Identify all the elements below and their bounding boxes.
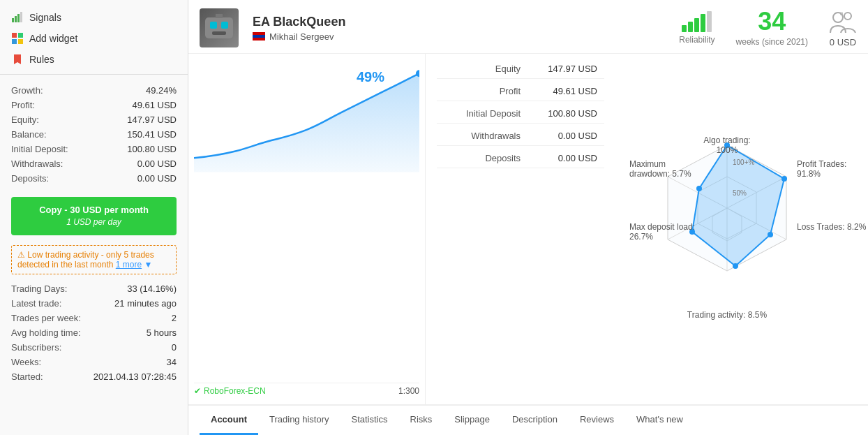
ea-name: EA BlackQueen: [253, 15, 345, 29]
stat-row-growth: Growth: 49.24%: [11, 83, 177, 98]
add-widget-icon: [11, 32, 24, 45]
subscribers-icon: 0: [829, 9, 857, 34]
svg-rect-7: [18, 39, 23, 44]
stat-row-deposits: Deposits: 0.00 USD: [11, 171, 177, 186]
tab-risks[interactable]: Risks: [399, 406, 444, 435]
svg-text:100+%: 100+%: [733, 158, 755, 166]
tab-trading-history[interactable]: Trading history: [258, 406, 341, 435]
tab-slippage[interactable]: Slippage: [443, 406, 501, 435]
radar-label-max-deposit: Max deposit load:26.7%: [629, 222, 706, 242]
author-name: Mikhail Sergeev: [269, 31, 334, 42]
stat-label-withdrawals: Withdrawals:: [11, 158, 63, 169]
stat-row-withdrawals: Withdrawals: 0.00 USD: [11, 156, 177, 171]
copy-button-sub-label: 1 USD per day: [17, 216, 171, 228]
copy-button[interactable]: Copy - 30 USD per month 1 USD per day: [11, 197, 177, 235]
sidebar: Signals Add widget Rules Growth: 49.24% …: [0, 0, 188, 435]
rel-bar-3: [694, 18, 699, 32]
tab-description[interactable]: Description: [501, 406, 569, 435]
content-area: 49%: [188, 54, 868, 404]
svg-rect-10: [210, 22, 217, 29]
stat-label-holding-time: Avg holding time:: [11, 327, 81, 338]
warning-more-link[interactable]: 1 more: [116, 260, 142, 270]
warning-icon: ⚠: [17, 250, 27, 260]
svg-text:50%: 50%: [733, 189, 747, 197]
sidebar-item-add-widget[interactable]: Add widget: [0, 28, 188, 49]
stat-row-started: Started: 2021.04.13 07:28:45: [11, 369, 177, 384]
sidebar-item-rules[interactable]: Rules: [0, 49, 188, 70]
metric-label-profit: Profit: [437, 86, 521, 96]
header-stats: Reliability 34 weeks (since 2021) 0 0 US…: [679, 9, 857, 47]
metric-row-initial-deposit: Initial Deposit 100.80 USD: [437, 104, 604, 124]
tab-whats-new[interactable]: What's new: [625, 406, 694, 435]
metric-label-withdrawals: Withdrawals: [437, 131, 521, 141]
stat-value-trades-per-week: 2: [172, 313, 177, 323]
stat-row-balance: Balance: 150.41 USD: [11, 127, 177, 142]
radar-label-max-drawdown: Maximumdrawdown: 5.7%: [629, 159, 699, 179]
metric-value-initial-deposit: 100.80 USD: [527, 108, 597, 119]
stat-row-initial-deposit: Initial Deposit: 100.80 USD: [11, 142, 177, 156]
stat-value-started: 2021.04.13 07:28:45: [93, 371, 177, 382]
stat-row-holding-time: Avg holding time: 5 hours: [11, 325, 177, 340]
weeks-value: 34: [758, 9, 786, 34]
metric-label-equity: Equity: [437, 64, 521, 74]
stat-label-growth: Growth:: [11, 85, 43, 96]
radar-label-loss-trades: Loss Trades: 8.2%: [797, 222, 867, 232]
rules-label: Rules: [29, 54, 54, 65]
radar-section: 50% 100+% Algo trading: 100% Profit Trad…: [615, 54, 868, 404]
rel-bar-2: [688, 22, 693, 32]
metric-row-withdrawals: Withdrawals 0.00 USD: [437, 126, 604, 146]
svg-marker-8: [14, 54, 21, 64]
weeks-label: weeks (since 2021): [736, 37, 808, 47]
stat-row-profit: Profit: 49.61 USD: [11, 98, 177, 112]
avatar-image: [200, 8, 239, 47]
svg-rect-13: [216, 14, 223, 18]
stat-value-trading-days: 33 (14.16%): [127, 283, 177, 294]
stat-row-equity: Equity: 147.97 USD: [11, 112, 177, 127]
svg-rect-3: [20, 12, 22, 22]
weeks-stat: 34 weeks (since 2021): [736, 9, 808, 47]
rel-bar-5: [707, 11, 712, 32]
tab-statistics[interactable]: Statistics: [341, 406, 399, 435]
rel-bar-1: [682, 25, 687, 32]
avatar: [200, 8, 239, 47]
svg-rect-1: [15, 16, 17, 22]
main-content: EA BlackQueen Mikhail Sergeev Reliabilit…: [188, 0, 868, 435]
stat-row-trading-days: Trading Days: 33 (14.16%): [11, 281, 177, 296]
leverage-value: 1:300: [398, 386, 419, 396]
stat-value-latest-trade: 21 minutes ago: [114, 298, 177, 309]
stat-value-deposits: 0.00 USD: [137, 173, 177, 184]
tab-reviews[interactable]: Reviews: [569, 406, 625, 435]
tab-account[interactable]: Account: [200, 406, 258, 435]
stat-value-balance: 150.41 USD: [127, 129, 177, 140]
stat-label-latest-trade: Latest trade:: [11, 298, 61, 309]
chart-broker-row: ✔ RoboForex-ECN 1:300: [194, 383, 419, 399]
chart-canvas: [194, 59, 419, 175]
header: EA BlackQueen Mikhail Sergeev Reliabilit…: [188, 0, 868, 54]
metric-label-deposits: Deposits: [437, 153, 521, 163]
signals-icon: [11, 11, 24, 24]
reliability-bars: [682, 11, 712, 32]
metric-value-withdrawals: 0.00 USD: [527, 131, 597, 141]
metric-value-deposits: 0.00 USD: [527, 153, 597, 163]
stat-label-profit: Profit:: [11, 100, 35, 110]
metric-row-deposits: Deposits 0.00 USD: [437, 149, 604, 168]
stat-label-balance: Balance:: [11, 129, 47, 140]
rel-bar-4: [701, 14, 705, 32]
sidebar-more-stats: Trading Days: 33 (14.16%) Latest trade: …: [0, 277, 188, 388]
svg-point-30: [696, 186, 702, 191]
svg-point-15: [844, 13, 851, 20]
stat-label-trading-days: Trading Days:: [11, 283, 67, 294]
subscribers-value: 0 USD: [830, 37, 856, 47]
svg-rect-12: [212, 31, 226, 35]
stat-value-holding-time: 5 hours: [147, 327, 177, 338]
tabs-bar: Account Trading history Statistics Risks…: [188, 404, 868, 435]
stat-value-weeks: 34: [167, 357, 177, 367]
stat-label-deposits: Deposits:: [11, 173, 49, 184]
svg-rect-9: [205, 17, 233, 38]
broker-name-text: RoboForex-ECN: [204, 386, 266, 396]
sidebar-item-signals[interactable]: Signals: [0, 7, 188, 28]
subscribers-stat: 0 0 USD: [829, 9, 857, 47]
svg-rect-0: [12, 18, 14, 22]
chart-section: 49%: [188, 54, 426, 404]
svg-text:0: 0: [840, 10, 844, 17]
